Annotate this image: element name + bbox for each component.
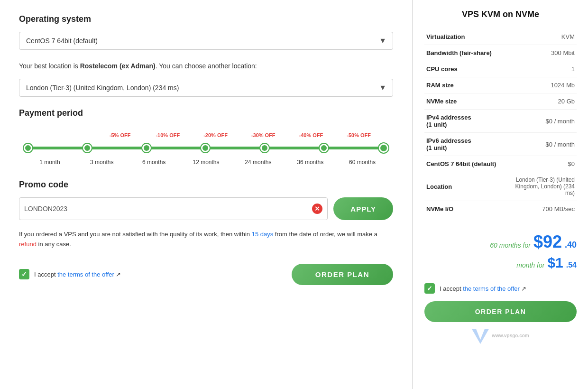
payment-slider-container: -5% OFF -10% OFF -20% OFF -30% OFF -40% … xyxy=(19,132,393,166)
bottom-row: I accept the terms of the offer ↗ ORDER … xyxy=(19,264,393,285)
refund-days-link[interactable]: 15 days xyxy=(252,231,274,238)
right-accept-prefix: I accept xyxy=(440,285,463,292)
spec-label-nvme: NVMe size xyxy=(424,93,508,110)
right-terms-link[interactable]: the terms of the offer xyxy=(463,285,520,292)
vpsgo-watermark: www.vpsgo.com xyxy=(424,327,577,344)
payment-section-title: Payment period xyxy=(19,108,393,118)
slider-label-0[interactable]: 1 month xyxy=(24,159,76,166)
spec-label-virtualization: Virtualization xyxy=(424,29,508,45)
left-panel: Operating system CentOS 7 64bit (default… xyxy=(0,0,413,389)
price-month-decimal: .54 xyxy=(566,261,577,269)
right-panel: VPS KVM on NVMe Virtualization KVM Bandw… xyxy=(413,0,588,389)
specs-table: Virtualization KVM Bandwidth (fair-share… xyxy=(424,29,577,217)
os-dropdown-wrapper: CentOS 7 64bit (default) ▼ xyxy=(19,32,393,50)
vpsgo-logo-icon xyxy=(472,327,489,344)
slider-track xyxy=(24,147,388,149)
spec-value-nvme-io: 700 MB/sec xyxy=(508,201,577,217)
spec-label-os: CentOS 7 64bit (default) xyxy=(424,156,508,172)
refund-text-1: If you ordered a VPS and you are not sat… xyxy=(19,231,252,238)
slider-label-3[interactable]: 12 months xyxy=(180,159,232,166)
price-period-label: 60 months for xyxy=(490,241,531,249)
discount-label-1[interactable]: -5% OFF xyxy=(96,132,144,138)
spec-value-bandwidth: 300 Mbit xyxy=(508,45,577,61)
price-month-line: month for $1.54 xyxy=(424,255,577,271)
promo-section-title: Promo code xyxy=(19,180,393,190)
spec-label-cpu: CPU cores xyxy=(424,61,508,77)
refund-text: If you ordered a VPS and you are not sat… xyxy=(19,230,393,250)
location-dropdown[interactable]: London (Tier-3) (United Kingdom, London)… xyxy=(19,79,393,97)
spec-value-virtualization: KVM xyxy=(508,29,577,45)
spec-row-ram: RAM size 1024 Mb xyxy=(424,77,577,93)
refund-text-2: from the date of order, we will make a xyxy=(273,231,377,238)
left-order-plan-button[interactable]: ORDER PLAN xyxy=(292,264,393,285)
slider-label-4[interactable]: 24 months xyxy=(232,159,284,166)
spec-value-ram: 1024 Mb xyxy=(508,77,577,93)
left-accept-prefix: I accept xyxy=(34,271,57,278)
slider-label-1[interactable]: 3 months xyxy=(76,159,128,166)
left-accept-checkbox[interactable] xyxy=(19,269,29,279)
spec-row-ipv4: IPv4 addresses(1 unit) $0 / month xyxy=(424,110,577,133)
slider-label-2[interactable]: 6 months xyxy=(128,159,180,166)
promo-input-wrapper: ✕ xyxy=(19,197,328,220)
slider-label-6[interactable]: 60 months xyxy=(336,159,388,166)
price-total-line: 60 months for $92.40 xyxy=(424,232,577,252)
left-accept-text: I accept the terms of the offer ↗ xyxy=(34,271,121,278)
spec-row-ipv6: IPv6 addresses(1 unit) $0 / month xyxy=(424,133,577,156)
apply-promo-button[interactable]: APPLY xyxy=(333,197,393,220)
right-accept-text: I accept the terms of the offer ↗ xyxy=(440,285,526,292)
left-accept-row: I accept the terms of the offer ↗ xyxy=(19,269,121,279)
svg-marker-0 xyxy=(472,329,489,344)
spec-value-os: $0 xyxy=(508,156,577,172)
slider-dot-5[interactable] xyxy=(320,144,328,152)
slider-label-5[interactable]: 36 months xyxy=(284,159,336,166)
location-text: Your best location is Rostelecom (ex Adm… xyxy=(19,61,393,71)
slider-dot-3[interactable] xyxy=(201,144,210,152)
spec-label-nvme-io: NVMe I/O xyxy=(424,201,508,217)
slider-labels-row: 1 month 3 months 6 months 12 months 24 m… xyxy=(24,159,388,166)
spec-row-virtualization: Virtualization KVM xyxy=(424,29,577,45)
spec-label-location: Location xyxy=(424,172,508,201)
spec-value-nvme: 20 Gb xyxy=(508,93,577,110)
promo-input-row: ✕ APPLY xyxy=(19,197,393,220)
promo-section: Promo code ✕ APPLY xyxy=(19,180,393,220)
refund-red-text: refund xyxy=(19,241,37,248)
location-prefix: Your best location is xyxy=(19,62,80,70)
spec-row-nvme: NVMe size 20 Gb xyxy=(424,93,577,110)
refund-text-3: in any case. xyxy=(37,241,71,248)
spec-label-bandwidth: Bandwidth (fair-share) xyxy=(424,45,508,61)
spec-row-nvme-io: NVMe I/O 700 MB/sec xyxy=(424,201,577,217)
discount-label-5[interactable]: -40% OFF xyxy=(287,132,335,138)
vpsgo-url: www.vpsgo.com xyxy=(492,333,529,338)
os-section-title: Operating system xyxy=(19,14,393,24)
spec-value-ipv6: $0 / month xyxy=(508,133,577,156)
price-month-label: month for xyxy=(516,261,544,269)
price-whole: $92 xyxy=(533,232,562,252)
discount-label-2[interactable]: -10% OFF xyxy=(144,132,192,138)
right-panel-title: VPS KVM on NVMe xyxy=(424,9,577,19)
spec-label-ram: RAM size xyxy=(424,77,508,93)
promo-input[interactable] xyxy=(24,205,308,213)
location-suffix: . You can choose another location: xyxy=(156,62,257,70)
clear-promo-button[interactable]: ✕ xyxy=(312,204,322,214)
spec-label-ipv4: IPv4 addresses(1 unit) xyxy=(424,110,508,133)
price-decimal: .40 xyxy=(565,240,577,250)
slider-track-wrapper xyxy=(24,141,388,155)
slider-dot-6[interactable] xyxy=(379,143,388,153)
price-section: 60 months for $92.40 month for $1.54 xyxy=(424,227,577,276)
discount-label-4[interactable]: -30% OFF xyxy=(239,132,287,138)
slider-dot-0[interactable] xyxy=(24,144,32,152)
os-dropdown[interactable]: CentOS 7 64bit (default) xyxy=(19,32,393,50)
location-dropdown-wrapper: London (Tier-3) (United Kingdom, London)… xyxy=(19,79,393,97)
location-bold: Rostelecom (ex Adman) xyxy=(80,62,156,70)
left-terms-link[interactable]: the terms of the offer xyxy=(57,271,114,278)
slider-dot-1[interactable] xyxy=(83,144,92,152)
right-accept-checkbox[interactable] xyxy=(424,283,435,294)
slider-dot-2[interactable] xyxy=(142,144,151,152)
discount-label-6[interactable]: -50% OFF xyxy=(335,132,383,138)
slider-dot-4[interactable] xyxy=(260,144,269,152)
right-order-plan-button[interactable]: ORDER PLAN xyxy=(424,301,577,322)
discount-label-0 xyxy=(48,132,96,138)
discount-label-3[interactable]: -20% OFF xyxy=(192,132,239,138)
spec-row-cpu: CPU cores 1 xyxy=(424,61,577,77)
price-month-whole: $1 xyxy=(547,255,563,271)
